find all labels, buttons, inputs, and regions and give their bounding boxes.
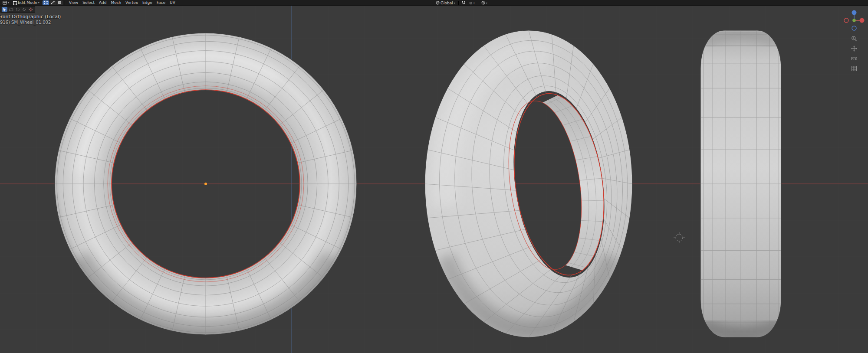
magnet-icon [462,1,466,5]
wheel-mesh-front-view[interactable] [55,33,357,335]
dropdown-caret-icon: ▾ [486,2,487,4]
wheel-mesh-side-view[interactable] [700,30,781,337]
dropdown-caret-icon: ▾ [473,2,475,4]
viewport-3d[interactable]: Front Orthographic (Local) (916) SM_Whee… [0,6,868,353]
menu-uv[interactable]: UV [168,0,178,6]
snap-target-icon [469,1,473,5]
menu-select[interactable]: Select [80,0,97,6]
gizmo-axis-x-negative[interactable] [844,18,848,23]
menubar: View Select Add Mesh Vertex Edge Face UV [67,0,178,6]
edge-select-icon [51,1,55,4]
zoom-icon [851,36,857,42]
gizmo-axis-y[interactable] [852,19,856,22]
camera-icon [851,56,857,62]
mode-label: Edit Mode [18,0,37,5]
proportional-editing-dropdown[interactable]: ▾ [480,0,489,6]
select-circle-tool-button[interactable] [15,7,20,12]
edit-mode-icon [13,1,17,5]
transform-snap-cluster: Global ▾ ▾ [434,0,489,6]
navigation-gizmo[interactable] [842,8,866,33]
editor-type-button[interactable]: ▾ [1,0,11,6]
dropdown-caret-icon: ▾ [454,2,455,4]
proportional-circle-icon [481,1,485,5]
snap-toggle-button[interactable] [460,0,467,6]
header-separator [65,1,65,5]
orientation-globe-icon [436,1,440,5]
select-lasso-icon [22,7,26,12]
camera-view-button[interactable] [850,55,858,62]
transform-orientation-dropdown[interactable]: Global ▾ [434,0,457,6]
mode-selector-dropdown[interactable]: Edit Mode ▾ [11,0,41,6]
select-tweak-tool-button[interactable] [2,7,7,12]
orientation-label: Global [441,1,453,5]
vertex-select-mode-button[interactable] [43,0,49,5]
face-select-icon [58,1,62,4]
viewport-canvas[interactable] [0,6,868,353]
select-tweak-icon [3,7,7,12]
menu-edge[interactable]: Edge [140,0,155,6]
cursor-3d-tool-button[interactable] [28,7,33,12]
dropdown-caret-icon: ▾ [8,1,9,4]
toggle-perspective-button[interactable] [850,65,858,72]
blender-window: ▾ Edit Mode ▾ [0,0,868,353]
viewport-topright-overlay [842,8,866,72]
snap-settings-dropdown[interactable]: ▾ [467,0,477,6]
gizmo-axis-z-negative[interactable] [852,26,856,30]
cursor-3d-icon [29,7,33,12]
menu-mesh[interactable]: Mesh [108,0,123,6]
move-view-button[interactable] [850,45,858,52]
tool-header [0,6,35,13]
active-object-label: (916) SM_Wheel_01.002 [0,20,61,25]
move-view-icon [851,46,857,52]
menu-face[interactable]: Face [155,0,168,6]
gizmo-axis-x-positive[interactable] [860,18,865,23]
menu-add[interactable]: Add [97,0,108,6]
select-box-tool-button[interactable] [8,7,14,12]
menu-view[interactable]: View [67,0,80,6]
view-label: Front Orthographic (Local) [0,14,61,20]
object-origin-dot [204,183,207,185]
edge-select-mode-button[interactable] [49,0,56,5]
gizmo-axis-z-positive[interactable] [852,10,857,15]
select-box-icon [9,7,13,12]
zoom-button[interactable] [850,35,858,42]
header-separator [458,1,459,5]
viewport-header: ▾ Edit Mode ▾ [0,0,868,6]
mesh-select-mode-group [43,0,63,5]
viewport-topleft-overlay: Front Orthographic (Local) (916) SM_Whee… [0,6,61,25]
viewport-3d-cursor[interactable] [674,232,685,243]
header-separator [478,1,478,5]
editor-type-icon [3,1,7,5]
face-select-mode-button[interactable] [56,0,63,5]
select-circle-icon [16,7,20,12]
dropdown-caret-icon: ▾ [38,1,39,4]
vertex-select-icon [44,1,48,4]
select-lasso-tool-button[interactable] [21,7,27,12]
menu-vertex[interactable]: Vertex [123,0,140,6]
orthographic-grid-icon [851,65,857,72]
